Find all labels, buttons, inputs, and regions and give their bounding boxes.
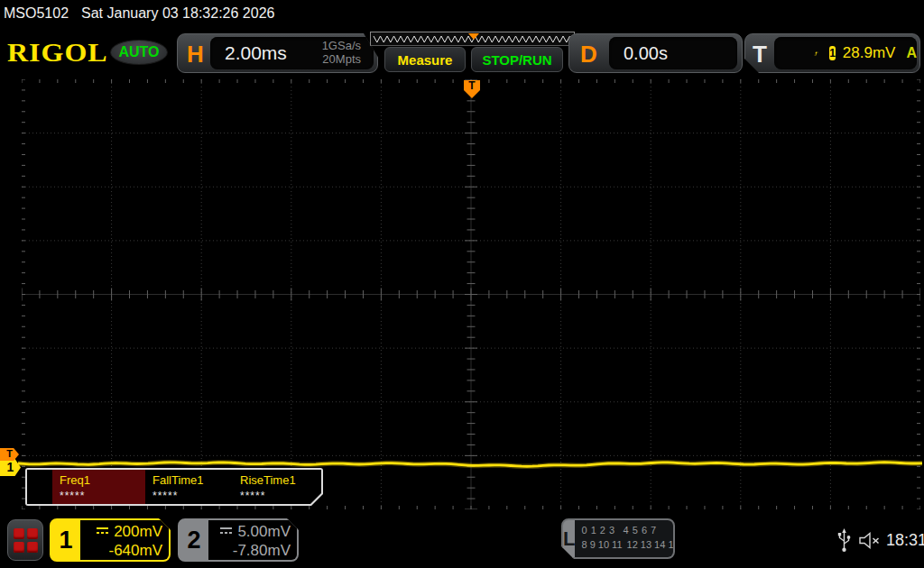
memory-depth: 20Mpts: [322, 53, 361, 67]
speaker-muted-icon[interactable]: [857, 531, 882, 550]
acquisition-rates: 1GSa/s 20Mpts: [322, 40, 374, 67]
edge-trigger-icon: [814, 46, 818, 61]
stop-run-button[interactable]: STOP/RUN: [471, 47, 563, 72]
status-bar: MSO5102 Sat January 03 18:32:26 2026: [0, 0, 924, 27]
channel1-number: 1: [51, 520, 80, 560]
menu-grid-icon: [14, 528, 38, 553]
datetime-text: Sat January 03 18:32:26 2026: [81, 5, 274, 22]
preview-trigger-position-icon[interactable]: [468, 33, 479, 40]
channel2-values: 5.00mV -7.80mV: [208, 520, 297, 560]
measurement-freq1[interactable]: Freq1 *****: [52, 470, 145, 504]
measurement-falltime1[interactable]: FallTime1 *****: [145, 470, 233, 504]
channel1-offset: -640mV: [80, 541, 162, 560]
dc-coupling-icon: [219, 527, 233, 535]
channel1-scale: 200mV: [114, 523, 162, 540]
trigger-source-badge: 1: [829, 46, 836, 60]
delay-settings-block[interactable]: D 0.00s: [568, 33, 743, 73]
trigger-level-value: 28.9mV: [843, 44, 896, 62]
model-name: MSO5102: [4, 5, 69, 22]
logic-label: L: [563, 520, 575, 557]
trigger-settings-block[interactable]: T 1 28.9mV A: [744, 33, 920, 73]
trigger-level-marker[interactable]: T: [0, 448, 19, 461]
timebase-value: 2.00ms: [210, 42, 322, 64]
trigger-sweep-mode: A: [906, 45, 917, 61]
rigol-logo: RIGOL: [7, 37, 108, 69]
timebase-box: 2.00ms 1GSa/s 20Mpts: [210, 37, 374, 69]
logic-channel-numbers: 0 1 2 34 5 6 7 8 9 10 1112 13 14 15: [575, 520, 675, 557]
channel2-number: 2: [180, 520, 208, 560]
horizontal-label: H: [187, 41, 204, 69]
horizontal-settings-block[interactable]: H 2.00ms 1GSa/s 20Mpts: [177, 33, 378, 73]
graticule-grid: [22, 79, 920, 509]
usb-icon: [837, 528, 851, 553]
channel2-scale: 5.00mV: [237, 523, 291, 540]
measurement-panel: Freq1 ***** FallTime1 ***** RiseTime1 **…: [25, 468, 323, 506]
channel2-badge[interactable]: 2 5.00mV -7.80mV: [178, 518, 299, 562]
logic-channels-badge[interactable]: L 0 1 2 34 5 6 7 8 9 10 1112 13 14 15: [561, 518, 675, 559]
channel1-values: 200mV -640mV: [80, 520, 169, 560]
menu-button[interactable]: [7, 519, 43, 561]
channel2-offset: -7.80mV: [208, 541, 291, 560]
auto-mode-badge: AUTO: [110, 40, 168, 65]
sample-rate: 1GSa/s: [322, 40, 361, 53]
delay-label: D: [580, 41, 597, 69]
measure-button[interactable]: Measure: [384, 47, 466, 72]
dc-coupling-icon: [96, 527, 109, 535]
waveform-preview[interactable]: [370, 32, 575, 46]
channel1-badge[interactable]: 1 200mV -640mV: [50, 518, 171, 562]
trigger-box: 1 28.9mV A: [774, 37, 917, 69]
measurement-risetime1[interactable]: RiseTime1 *****: [233, 470, 320, 504]
clock-text: 18:31: [886, 531, 924, 550]
trigger-label: T: [753, 41, 767, 69]
oscilloscope-screen: MSO5102 Sat January 03 18:32:26 2026 RIG…: [0, 0, 924, 568]
delay-box: 0.00s: [609, 37, 737, 69]
delay-value: 0.00s: [609, 43, 668, 64]
